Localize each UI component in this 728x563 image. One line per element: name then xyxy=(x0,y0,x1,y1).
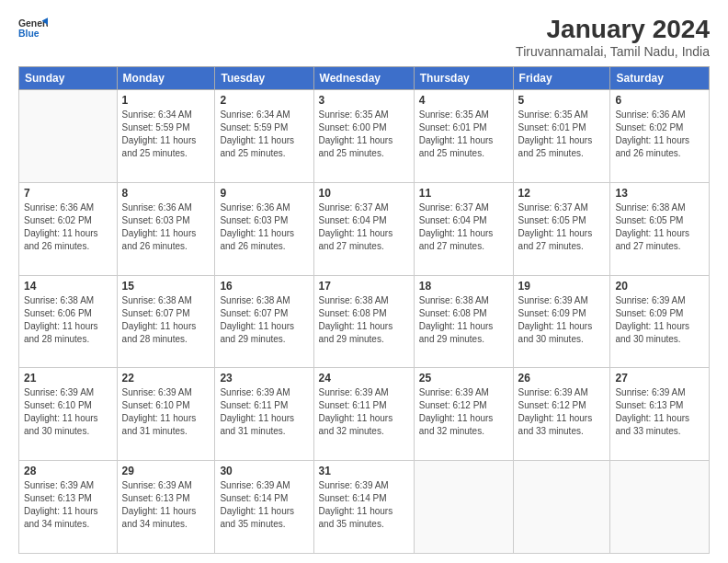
table-row: 3Sunrise: 6:35 AMSunset: 6:00 PMDaylight… xyxy=(313,90,414,183)
day-info: Sunrise: 6:39 AMSunset: 6:11 PMDaylight:… xyxy=(319,386,409,438)
table-row: 17Sunrise: 6:38 AMSunset: 6:08 PMDayligh… xyxy=(313,275,414,368)
table-row: 12Sunrise: 6:37 AMSunset: 6:05 PMDayligh… xyxy=(513,182,610,275)
day-number: 29 xyxy=(122,465,210,477)
day-info: Sunrise: 6:34 AMSunset: 5:59 PMDaylight:… xyxy=(122,109,210,160)
table-row: 1Sunrise: 6:34 AMSunset: 5:59 PMDaylight… xyxy=(117,90,215,183)
table-row: 15Sunrise: 6:38 AMSunset: 6:07 PMDayligh… xyxy=(117,275,215,368)
day-info: Sunrise: 6:36 AMSunset: 6:03 PMDaylight:… xyxy=(220,201,308,253)
table-row: 10Sunrise: 6:37 AMSunset: 6:04 PMDayligh… xyxy=(313,182,414,275)
day-number: 3 xyxy=(319,94,409,107)
table-row: 4Sunrise: 6:35 AMSunset: 6:01 PMDaylight… xyxy=(414,90,513,183)
table-row: 21Sunrise: 6:39 AMSunset: 6:10 PMDayligh… xyxy=(19,368,118,461)
day-number: 18 xyxy=(419,280,508,293)
day-number: 1 xyxy=(122,94,210,107)
day-info: Sunrise: 6:35 AMSunset: 6:01 PMDaylight:… xyxy=(419,109,508,160)
col-sunday: Sunday xyxy=(19,67,118,90)
day-info: Sunrise: 6:39 AMSunset: 6:12 PMDaylight:… xyxy=(518,386,606,438)
day-number: 24 xyxy=(319,372,409,385)
col-wednesday: Wednesday xyxy=(313,67,414,90)
table-row: 19Sunrise: 6:39 AMSunset: 6:09 PMDayligh… xyxy=(513,275,610,368)
table-row: 5Sunrise: 6:35 AMSunset: 6:01 PMDaylight… xyxy=(513,90,610,183)
table-row: 16Sunrise: 6:38 AMSunset: 6:07 PMDayligh… xyxy=(215,275,313,368)
col-monday: Monday xyxy=(117,67,215,90)
day-info: Sunrise: 6:37 AMSunset: 6:04 PMDaylight:… xyxy=(319,201,409,253)
col-thursday: Thursday xyxy=(414,67,513,90)
table-row: 31Sunrise: 6:39 AMSunset: 6:14 PMDayligh… xyxy=(313,461,414,554)
table-row: 23Sunrise: 6:39 AMSunset: 6:11 PMDayligh… xyxy=(215,368,313,461)
table-row: 6Sunrise: 6:36 AMSunset: 6:02 PMDaylight… xyxy=(610,90,710,183)
page-subtitle: Tiruvannamalai, Tamil Nadu, India xyxy=(516,44,710,59)
calendar-table: Sunday Monday Tuesday Wednesday Thursday… xyxy=(18,66,710,554)
calendar-header-row: Sunday Monday Tuesday Wednesday Thursday… xyxy=(19,67,710,90)
day-number: 2 xyxy=(220,94,308,107)
logo: General Blue xyxy=(18,15,48,44)
day-info: Sunrise: 6:39 AMSunset: 6:13 PMDaylight:… xyxy=(615,386,704,438)
table-row: 22Sunrise: 6:39 AMSunset: 6:10 PMDayligh… xyxy=(117,368,215,461)
table-row xyxy=(610,461,710,554)
day-info: Sunrise: 6:38 AMSunset: 6:08 PMDaylight:… xyxy=(319,294,409,346)
day-info: Sunrise: 6:37 AMSunset: 6:05 PMDaylight:… xyxy=(518,201,606,253)
day-number: 8 xyxy=(122,187,210,200)
day-info: Sunrise: 6:39 AMSunset: 6:14 PMDaylight:… xyxy=(220,479,308,531)
table-row: 28Sunrise: 6:39 AMSunset: 6:13 PMDayligh… xyxy=(19,461,118,554)
col-tuesday: Tuesday xyxy=(215,67,313,90)
day-number: 25 xyxy=(419,372,508,385)
calendar-week-row: 14Sunrise: 6:38 AMSunset: 6:06 PMDayligh… xyxy=(19,275,710,368)
day-info: Sunrise: 6:39 AMSunset: 6:09 PMDaylight:… xyxy=(518,294,606,346)
day-number: 11 xyxy=(419,187,508,200)
table-row: 25Sunrise: 6:39 AMSunset: 6:12 PMDayligh… xyxy=(414,368,513,461)
svg-text:General: General xyxy=(18,18,48,29)
day-info: Sunrise: 6:35 AMSunset: 6:00 PMDaylight:… xyxy=(319,109,409,160)
table-row: 20Sunrise: 6:39 AMSunset: 6:09 PMDayligh… xyxy=(610,275,710,368)
day-info: Sunrise: 6:36 AMSunset: 6:03 PMDaylight:… xyxy=(122,201,210,253)
table-row: 8Sunrise: 6:36 AMSunset: 6:03 PMDaylight… xyxy=(117,182,215,275)
day-info: Sunrise: 6:36 AMSunset: 6:02 PMDaylight:… xyxy=(24,201,112,253)
day-number: 21 xyxy=(24,372,112,385)
table-row: 2Sunrise: 6:34 AMSunset: 5:59 PMDaylight… xyxy=(215,90,313,183)
table-row: 29Sunrise: 6:39 AMSunset: 6:13 PMDayligh… xyxy=(117,461,215,554)
day-number: 31 xyxy=(319,465,409,477)
day-number: 17 xyxy=(319,280,409,293)
day-number: 30 xyxy=(220,465,308,477)
day-number: 7 xyxy=(24,187,112,200)
day-number: 6 xyxy=(615,94,704,107)
day-info: Sunrise: 6:39 AMSunset: 6:14 PMDaylight:… xyxy=(319,479,409,531)
day-info: Sunrise: 6:36 AMSunset: 6:02 PMDaylight:… xyxy=(615,109,704,160)
day-info: Sunrise: 6:39 AMSunset: 6:12 PMDaylight:… xyxy=(419,386,508,438)
table-row: 14Sunrise: 6:38 AMSunset: 6:06 PMDayligh… xyxy=(19,275,118,368)
page-title: January 2024 xyxy=(516,15,710,44)
table-row xyxy=(414,461,513,554)
day-number: 10 xyxy=(319,187,409,200)
day-info: Sunrise: 6:38 AMSunset: 6:07 PMDaylight:… xyxy=(220,294,308,346)
day-number: 9 xyxy=(220,187,308,200)
day-info: Sunrise: 6:39 AMSunset: 6:11 PMDaylight:… xyxy=(220,386,308,438)
day-info: Sunrise: 6:39 AMSunset: 6:09 PMDaylight:… xyxy=(615,294,704,346)
table-row: 27Sunrise: 6:39 AMSunset: 6:13 PMDayligh… xyxy=(610,368,710,461)
table-row: 11Sunrise: 6:37 AMSunset: 6:04 PMDayligh… xyxy=(414,182,513,275)
table-row xyxy=(19,90,118,183)
col-saturday: Saturday xyxy=(610,67,710,90)
table-row xyxy=(513,461,610,554)
day-number: 28 xyxy=(24,465,112,477)
day-number: 15 xyxy=(122,280,210,293)
calendar-week-row: 21Sunrise: 6:39 AMSunset: 6:10 PMDayligh… xyxy=(19,368,710,461)
day-number: 16 xyxy=(220,280,308,293)
logo-icon: General Blue xyxy=(18,15,48,44)
table-row: 24Sunrise: 6:39 AMSunset: 6:11 PMDayligh… xyxy=(313,368,414,461)
day-number: 13 xyxy=(615,187,704,200)
col-friday: Friday xyxy=(513,67,610,90)
day-number: 23 xyxy=(220,372,308,385)
day-info: Sunrise: 6:39 AMSunset: 6:13 PMDaylight:… xyxy=(24,479,112,531)
day-number: 5 xyxy=(518,94,606,107)
calendar-week-row: 28Sunrise: 6:39 AMSunset: 6:13 PMDayligh… xyxy=(19,461,710,554)
day-number: 19 xyxy=(518,280,606,293)
day-info: Sunrise: 6:38 AMSunset: 6:05 PMDaylight:… xyxy=(615,201,704,253)
calendar-week-row: 1Sunrise: 6:34 AMSunset: 5:59 PMDaylight… xyxy=(19,90,710,183)
day-info: Sunrise: 6:38 AMSunset: 6:06 PMDaylight:… xyxy=(24,294,112,346)
day-info: Sunrise: 6:38 AMSunset: 6:08 PMDaylight:… xyxy=(419,294,508,346)
day-info: Sunrise: 6:35 AMSunset: 6:01 PMDaylight:… xyxy=(518,109,606,160)
table-row: 13Sunrise: 6:38 AMSunset: 6:05 PMDayligh… xyxy=(610,182,710,275)
day-info: Sunrise: 6:38 AMSunset: 6:07 PMDaylight:… xyxy=(122,294,210,346)
day-number: 14 xyxy=(24,280,112,293)
day-number: 22 xyxy=(122,372,210,385)
